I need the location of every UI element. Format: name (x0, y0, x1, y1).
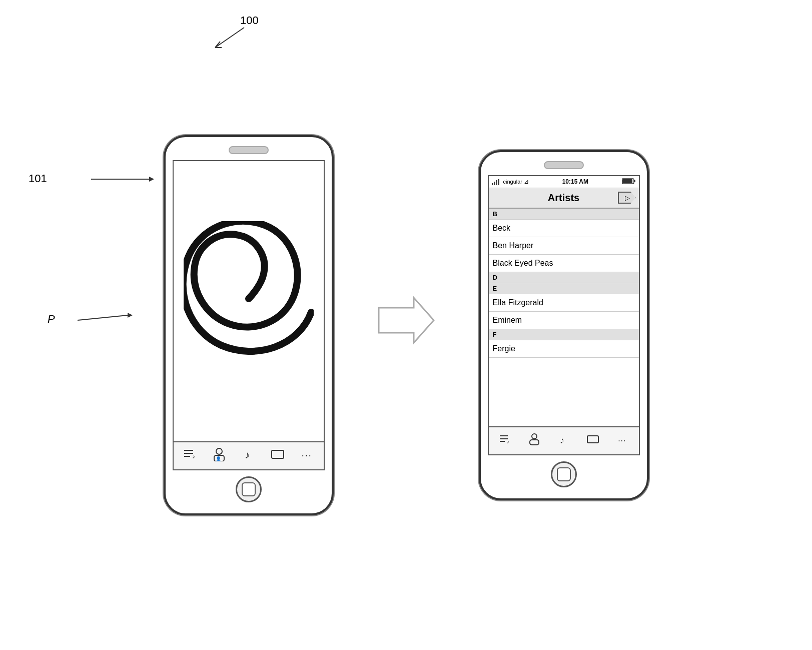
list-item-fergie[interactable]: Fergie (489, 340, 639, 358)
svg-rect-17 (492, 183, 493, 185)
right-speaker (544, 161, 584, 169)
transition-arrow (374, 295, 439, 345)
svg-rect-19 (496, 180, 497, 185)
svg-rect-23 (634, 180, 635, 182)
nav-bar: Artists ▷ (489, 188, 639, 209)
svg-text:👤: 👤 (216, 456, 222, 461)
carrier-name: cingular (503, 179, 523, 185)
left-tab-bar: ♪ 👤 ♪ (174, 441, 324, 469)
svg-point-28 (532, 434, 537, 439)
svg-rect-31 (587, 436, 598, 443)
status-left: cingular ⊿ (492, 178, 529, 185)
list-section-e: E (489, 283, 639, 294)
status-time: 10:15 AM (562, 178, 588, 185)
r-tab-song-icon[interactable]: ♪ (549, 434, 578, 448)
svg-rect-22 (622, 179, 632, 183)
list-item-ben-harper[interactable]: Ben Harper (489, 237, 639, 255)
svg-text:♪: ♪ (192, 453, 195, 460)
right-phone: cingular ⊿ 10:15 AM (479, 150, 649, 500)
status-bar: cingular ⊿ 10:15 AM (489, 176, 639, 188)
wifi-icon: ⊿ (524, 178, 529, 185)
r-tab-more-icon[interactable]: ··· (607, 436, 636, 445)
svg-marker-6 (128, 313, 133, 318)
battery-icon (622, 178, 636, 185)
right-tab-bar: ♪ ♪ (489, 426, 639, 454)
r-tab-video-icon[interactable] (578, 434, 607, 448)
svg-line-0 (215, 28, 244, 48)
list-section-d: D (489, 272, 639, 283)
r-tab-playlist-icon[interactable]: ♪ (491, 434, 520, 448)
r-tab-artist-icon[interactable] (520, 433, 549, 449)
ref-101-label: 101 (29, 172, 47, 185)
right-screen: cingular ⊿ 10:15 AM (488, 175, 640, 455)
tab-artist-icon[interactable]: 👤 (205, 447, 234, 464)
list-item-black-eyed-peas[interactable]: Black Eyed Peas (489, 255, 639, 272)
list-section-b: B (489, 209, 639, 220)
left-phone-shell: ♪ 👤 ♪ (164, 135, 334, 515)
svg-marker-16 (379, 298, 434, 343)
spiral-svg (184, 221, 314, 381)
list-item-eminem[interactable]: Eminem (489, 312, 639, 329)
svg-rect-29 (530, 440, 539, 445)
battery-area (622, 178, 636, 186)
artists-list: B Beck Ben Harper Black Eyed Peas D E El… (489, 209, 639, 358)
nav-title: Artists (548, 192, 579, 204)
list-section-f: F (489, 329, 639, 340)
tab-playlist-icon[interactable]: ♪ (176, 448, 205, 463)
right-home-button[interactable] (551, 461, 577, 487)
left-speaker (229, 146, 269, 154)
left-screen: ♪ 👤 ♪ (173, 160, 325, 470)
svg-line-5 (78, 315, 128, 320)
svg-text:♪: ♪ (560, 435, 564, 445)
svg-rect-15 (272, 450, 284, 458)
right-phone-shell: cingular ⊿ 10:15 AM (479, 150, 649, 500)
tab-more-icon[interactable]: ··· (292, 450, 321, 461)
left-home-button-inner (242, 482, 256, 496)
list-item-beck[interactable]: Beck (489, 220, 639, 237)
ref-100-label: 100 (240, 14, 259, 27)
svg-text:♪: ♪ (245, 449, 250, 460)
svg-rect-18 (494, 182, 495, 185)
right-home-button-inner (557, 467, 571, 481)
svg-text:♪: ♪ (507, 439, 509, 444)
spiral-screen (174, 161, 324, 441)
svg-rect-20 (498, 179, 499, 185)
forward-button[interactable]: ▷ (618, 192, 636, 204)
svg-marker-4 (149, 177, 154, 182)
ref-p-label: P (48, 313, 55, 326)
svg-line-1 (215, 42, 220, 48)
svg-point-11 (216, 448, 222, 454)
tab-video-icon[interactable] (263, 448, 292, 463)
left-phone: ♪ 👤 ♪ (164, 135, 334, 515)
signal-icon (492, 179, 502, 185)
left-home-button[interactable] (236, 476, 262, 502)
tab-song-icon[interactable]: ♪ (234, 448, 263, 463)
list-item-ella-fitzgerald[interactable]: Ella Fitzgerald (489, 294, 639, 312)
